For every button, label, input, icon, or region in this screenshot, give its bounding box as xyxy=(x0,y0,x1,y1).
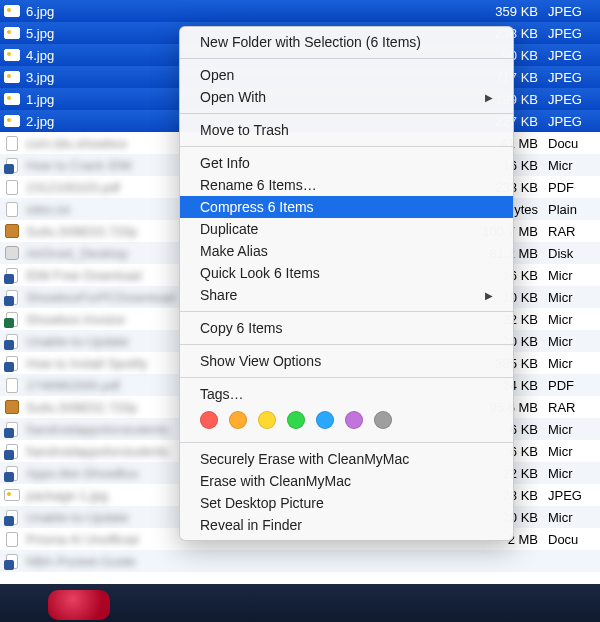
text-file-icon xyxy=(4,201,20,217)
file-kind: Micr xyxy=(548,312,596,327)
word-file-icon xyxy=(4,157,20,173)
file-row[interactable]: 6.jpg359 KBJPEG xyxy=(0,0,600,22)
file-kind: Micr xyxy=(548,334,596,349)
dock-background xyxy=(0,584,600,622)
file-kind: JPEG xyxy=(548,488,596,503)
word-file-icon xyxy=(4,355,20,371)
menu-new-folder-with-selection[interactable]: New Folder with Selection (6 Items) xyxy=(180,31,513,53)
image-file-icon xyxy=(4,487,20,503)
file-kind: PDF xyxy=(548,180,596,195)
file-kind: JPEG xyxy=(548,70,596,85)
file-kind: Docu xyxy=(548,136,596,151)
file-kind: Plain xyxy=(548,202,596,217)
menu-separator xyxy=(180,58,513,59)
tag-color-dot[interactable] xyxy=(258,411,276,429)
file-kind: Micr xyxy=(548,510,596,525)
menu-rename[interactable]: Rename 6 Items… xyxy=(180,174,513,196)
file-kind: Micr xyxy=(548,466,596,481)
word-file-icon xyxy=(4,553,20,569)
word-file-icon xyxy=(4,443,20,459)
menu-separator xyxy=(180,311,513,312)
menu-open[interactable]: Open xyxy=(180,64,513,86)
menu-compress[interactable]: Compress 6 Items xyxy=(180,196,513,218)
image-file-icon xyxy=(4,69,20,85)
menu-erase[interactable]: Erase with CleanMyMac xyxy=(180,470,513,492)
menu-copy[interactable]: Copy 6 Items xyxy=(180,317,513,339)
word-file-icon xyxy=(4,465,20,481)
excel-file-icon xyxy=(4,311,20,327)
image-file-icon xyxy=(4,25,20,41)
file-kind: Disk xyxy=(548,246,596,261)
menu-separator xyxy=(180,113,513,114)
menu-make-alias[interactable]: Make Alias xyxy=(180,240,513,262)
menu-separator xyxy=(180,442,513,443)
image-file-icon xyxy=(4,47,20,63)
file-kind: RAR xyxy=(548,224,596,239)
image-file-icon xyxy=(4,3,20,19)
generic-file-icon xyxy=(4,531,20,547)
file-kind: JPEG xyxy=(548,26,596,41)
tags-color-row xyxy=(180,405,513,437)
chevron-right-icon: ▶ xyxy=(485,92,493,103)
menu-duplicate[interactable]: Duplicate xyxy=(180,218,513,240)
menu-separator xyxy=(180,146,513,147)
word-file-icon xyxy=(4,509,20,525)
file-kind: RAR xyxy=(548,400,596,415)
menu-securely-erase[interactable]: Securely Erase with CleanMyMac xyxy=(180,448,513,470)
tag-color-dot[interactable] xyxy=(345,411,363,429)
file-kind: Micr xyxy=(548,356,596,371)
word-file-icon xyxy=(4,333,20,349)
file-kind: Micr xyxy=(548,290,596,305)
tag-color-dot[interactable] xyxy=(287,411,305,429)
generic-file-icon xyxy=(4,135,20,151)
archive-file-icon xyxy=(4,223,20,239)
menu-tags[interactable]: Tags… xyxy=(180,383,513,405)
file-kind: JPEG xyxy=(548,92,596,107)
menu-quick-look[interactable]: Quick Look 6 Items xyxy=(180,262,513,284)
archive-file-icon xyxy=(4,399,20,415)
menu-show-view-options[interactable]: Show View Options xyxy=(180,350,513,372)
tag-color-dot[interactable] xyxy=(316,411,334,429)
menu-open-with[interactable]: Open With▶ xyxy=(180,86,513,108)
word-file-icon xyxy=(4,289,20,305)
pdf-file-icon xyxy=(4,377,20,393)
file-row[interactable]: NBA-Pocket-Guide xyxy=(0,550,600,572)
file-kind: Docu xyxy=(548,532,596,547)
word-file-icon xyxy=(4,267,20,283)
image-file-icon xyxy=(4,113,20,129)
file-size: 359 KB xyxy=(476,4,548,19)
chevron-right-icon: ▶ xyxy=(485,290,493,301)
file-kind: Micr xyxy=(548,268,596,283)
file-name: NBA-Pocket-Guide xyxy=(26,554,476,569)
disk-image-icon xyxy=(4,245,20,261)
menu-share[interactable]: Share▶ xyxy=(180,284,513,306)
tag-color-dot[interactable] xyxy=(200,411,218,429)
tag-color-dot[interactable] xyxy=(229,411,247,429)
file-kind: JPEG xyxy=(548,114,596,129)
menu-move-to-trash[interactable]: Move to Trash xyxy=(180,119,513,141)
menu-reveal-in-finder[interactable]: Reveal in Finder xyxy=(180,514,513,536)
menu-set-desktop-picture[interactable]: Set Desktop Picture xyxy=(180,492,513,514)
word-file-icon xyxy=(4,421,20,437)
file-kind: Micr xyxy=(548,158,596,173)
menu-separator xyxy=(180,377,513,378)
tag-color-dot[interactable] xyxy=(374,411,392,429)
file-name: 6.jpg xyxy=(26,4,476,19)
dock-app-icon[interactable] xyxy=(48,590,110,620)
file-kind: JPEG xyxy=(548,48,596,63)
menu-separator xyxy=(180,344,513,345)
file-kind: Micr xyxy=(548,444,596,459)
file-kind: JPEG xyxy=(548,4,596,19)
image-file-icon xyxy=(4,91,20,107)
file-kind: Micr xyxy=(548,422,596,437)
file-kind: PDF xyxy=(548,378,596,393)
pdf-file-icon xyxy=(4,179,20,195)
context-menu: New Folder with Selection (6 Items) Open… xyxy=(179,26,514,541)
menu-get-info[interactable]: Get Info xyxy=(180,152,513,174)
